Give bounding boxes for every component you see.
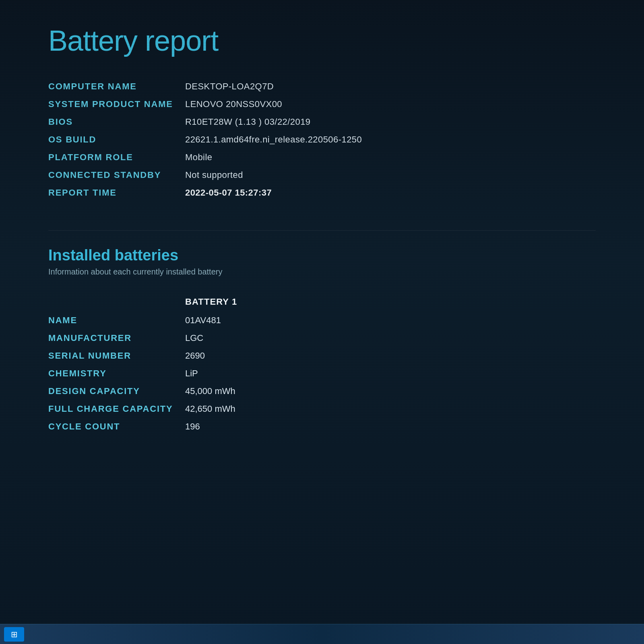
system-info-label: SYSTEM PRODUCT NAME <box>48 99 185 109</box>
system-info-row: CONNECTED STANDBYNot supported <box>48 170 596 180</box>
battery-col-label-spacer <box>48 297 185 307</box>
system-info-label: OS BUILD <box>48 134 185 145</box>
battery-info-row: MANUFACTURERLGC <box>48 333 596 343</box>
system-info-row: SYSTEM PRODUCT NAMELENOVO 20NSS0VX00 <box>48 99 596 109</box>
page-title: Battery report <box>48 16 596 57</box>
system-info-section: COMPUTER NAMEDESKTOP-LOA2Q7DSYSTEM PRODU… <box>48 81 596 198</box>
taskbar: ⊞ <box>0 624 644 644</box>
system-info-value: 22621.1.amd64fre.ni_release.220506-1250 <box>185 134 362 145</box>
battery-info-value: 45,000 mWh <box>185 386 235 396</box>
batteries-heading: Installed batteries <box>48 247 596 264</box>
system-info-value: R10ET28W (1.13 ) 03/22/2019 <box>185 117 311 127</box>
battery-col-header: BATTERY 1 <box>185 297 596 307</box>
battery-info-value: 2690 <box>185 351 205 361</box>
system-info-table: COMPUTER NAMEDESKTOP-LOA2Q7DSYSTEM PRODU… <box>48 81 596 198</box>
system-info-row: COMPUTER NAMEDESKTOP-LOA2Q7D <box>48 81 596 92</box>
start-button[interactable]: ⊞ <box>4 627 24 642</box>
battery-info-value: LGC <box>185 333 203 343</box>
battery-header-row: BATTERY 1 <box>48 297 596 307</box>
battery-1-header: BATTERY 1 <box>185 297 237 307</box>
system-info-label: PLATFORM ROLE <box>48 152 185 163</box>
battery-info-row: NAME01AV481 <box>48 315 596 326</box>
battery-info-value: 196 <box>185 421 200 432</box>
system-info-value: Mobile <box>185 152 212 163</box>
battery-info-value: LiP <box>185 368 198 379</box>
system-info-value: LENOVO 20NSS0VX00 <box>185 99 282 109</box>
battery-info-label: NAME <box>48 315 185 326</box>
installed-batteries-section: Installed batteries Information about ea… <box>48 247 596 432</box>
battery-info-label: CHEMISTRY <box>48 368 185 379</box>
system-info-label: REPORT TIME <box>48 188 185 198</box>
battery-info-label: MANUFACTURER <box>48 333 185 343</box>
system-info-label: CONNECTED STANDBY <box>48 170 185 180</box>
system-info-row: OS BUILD22621.1.amd64fre.ni_release.2205… <box>48 134 596 145</box>
system-info-row: REPORT TIME2022-05-07 15:27:37 <box>48 188 596 198</box>
battery-info-row: CYCLE COUNT196 <box>48 421 596 432</box>
system-info-label: COMPUTER NAME <box>48 81 185 92</box>
battery-info-value: 01AV481 <box>185 315 221 326</box>
system-info-value: DESKTOP-LOA2Q7D <box>185 81 274 92</box>
system-info-label: BIOS <box>48 117 185 127</box>
battery-info-value: 42,650 mWh <box>185 404 235 414</box>
system-info-value: 2022-05-07 15:27:37 <box>185 188 272 198</box>
system-info-row: PLATFORM ROLEMobile <box>48 152 596 163</box>
battery-info-label: SERIAL NUMBER <box>48 351 185 361</box>
battery-info-label: CYCLE COUNT <box>48 421 185 432</box>
system-info-value: Not supported <box>185 170 243 180</box>
battery-info-row: FULL CHARGE CAPACITY42,650 mWh <box>48 404 596 414</box>
batteries-subtitle: Information about each currently install… <box>48 267 596 277</box>
system-info-row: BIOSR10ET28W (1.13 ) 03/22/2019 <box>48 117 596 127</box>
battery-info-row: DESIGN CAPACITY45,000 mWh <box>48 386 596 396</box>
battery-info-row: SERIAL NUMBER2690 <box>48 351 596 361</box>
battery-info-label: DESIGN CAPACITY <box>48 386 185 396</box>
page-container: Battery report COMPUTER NAMEDESKTOP-LOA2… <box>0 0 644 644</box>
section-divider <box>48 230 596 231</box>
battery-info-table: NAME01AV481MANUFACTURERLGCSERIAL NUMBER2… <box>48 315 596 432</box>
battery-info-row: CHEMISTRYLiP <box>48 368 596 379</box>
battery-info-label: FULL CHARGE CAPACITY <box>48 404 185 414</box>
